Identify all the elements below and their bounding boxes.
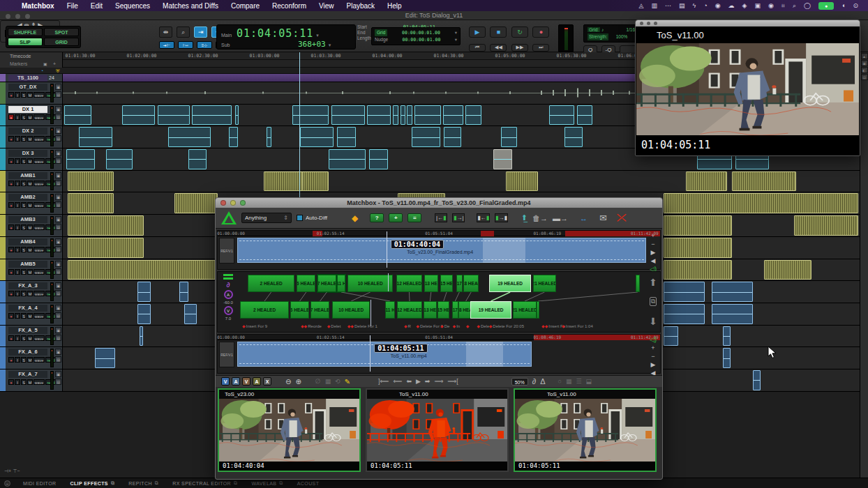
record-enable-icon[interactable]: ●: [8, 335, 14, 341]
track-view-selector[interactable]: wave: [33, 158, 45, 164]
track-opt2-icon[interactable]: ▤: [55, 158, 61, 164]
track-view-selector[interactable]: wave: [33, 92, 45, 98]
track-header[interactable]: AMB5●ISMwaveread▣▤: [0, 259, 63, 281]
track-opt-icon[interactable]: ▣: [55, 282, 61, 289]
trash-arrow-icon[interactable]: 🗑→: [532, 214, 548, 222]
main-counter[interactable]: 01:04:05:11: [237, 27, 313, 40]
audio-clip[interactable]: [443, 105, 464, 125]
audio-clip[interactable]: [174, 193, 218, 213]
partial-2-icon[interactable]: ∂: [532, 377, 536, 386]
compare-panel-1[interactable]: ToS_v11.0001:04:05:11: [366, 388, 509, 472]
audio-clip[interactable]: [412, 127, 440, 147]
audio-clip[interactable]: [577, 105, 593, 125]
edit-mode-slip[interactable]: SLIP: [8, 38, 43, 46]
track-i-button[interactable]: I: [15, 335, 20, 341]
record-enable-icon[interactable]: ●: [8, 357, 14, 363]
track-opt-icon[interactable]: ▣: [55, 172, 61, 178]
record-button[interactable]: ●: [532, 26, 549, 38]
track-i-button[interactable]: I: [15, 291, 20, 296]
audio-clip[interactable]: [68, 260, 219, 280]
video-window[interactable]: ToS_v11.00 01:04:05:11: [635, 20, 860, 156]
track-name[interactable]: FX_A_3: [8, 282, 47, 289]
compare-panel-2[interactable]: ToS_v11.0001:04:05:11: [514, 388, 657, 472]
record-enable-icon[interactable]: ●: [8, 181, 14, 186]
track-name[interactable]: FX_A_4: [8, 305, 47, 312]
track-opt-icon[interactable]: ▣: [55, 261, 61, 267]
audio-clip[interactable]: [401, 105, 405, 125]
healed-block[interactable]: 6 HEALE: [290, 301, 309, 319]
delta-icon[interactable]: Δ: [540, 377, 545, 386]
audio-clip[interactable]: [732, 171, 795, 192]
track-i-button[interactable]: I: [15, 202, 20, 208]
clip-arrow-icon[interactable]: ▬→: [553, 214, 568, 222]
dual-view-icon[interactable]: ⬓: [586, 378, 592, 385]
audio-clip[interactable]: [723, 348, 731, 368]
status-icon-1[interactable]: ▥: [651, 2, 657, 9]
healed-block[interactable]: 7 HEALE: [310, 301, 329, 319]
open-window-icon[interactable]: ⧉: [111, 480, 114, 486]
audio-clip[interactable]: [137, 282, 150, 302]
audio-clip[interactable]: [267, 127, 271, 147]
menu-file[interactable]: File: [61, 2, 84, 10]
partial-icon[interactable]: ∂: [227, 281, 230, 289]
edit-mode-spot[interactable]: SPOT: [44, 28, 79, 36]
play-icon[interactable]: ▶: [416, 378, 421, 385]
go-to-end-button[interactable]: ⏭: [532, 44, 549, 52]
layer-button-a-1[interactable]: A: [232, 377, 240, 386]
compare-panel-0[interactable]: ToS_v23.0001:04:40:04: [218, 388, 361, 472]
step-back-icon[interactable]: ⬅: [406, 378, 412, 385]
status-icon-2[interactable]: ⋯: [665, 2, 671, 9]
audio-clip[interactable]: [393, 105, 398, 125]
layer-button-x-4[interactable]: X: [263, 377, 271, 386]
track-opt-icon[interactable]: ▣: [55, 327, 61, 333]
status-icon-15[interactable]: ◖: [841, 2, 845, 9]
audio-clip[interactable]: [664, 215, 732, 236]
track-s-button[interactable]: S: [21, 158, 27, 164]
track-view-selector[interactable]: wave: [33, 136, 45, 142]
record-enable-icon[interactable]: ●: [8, 158, 14, 164]
clip-tool-icon[interactable]: ▦: [325, 378, 331, 385]
audio-clip[interactable]: [506, 171, 538, 192]
scroll-opt3-icon[interactable]: ▤: [861, 74, 868, 80]
healed-block[interactable]: 13 HE: [424, 301, 437, 319]
target-ruler[interactable]: 01:00:00:0001:02:55:1401:05:51:0401:08:4…: [218, 335, 660, 340]
audio-clip[interactable]: [712, 282, 753, 302]
sequence-playhead[interactable]: [387, 231, 387, 268]
push-down-icon[interactable]: ⬇: [649, 316, 657, 327]
healed-block[interactable]: 12 HEALED: [396, 275, 422, 292]
healed-block[interactable]: 13 HE: [424, 275, 438, 292]
track-opt-icon[interactable]: ▣: [55, 194, 61, 200]
track-name[interactable]: AMB1: [8, 172, 47, 179]
track-view-selector[interactable]: wave: [33, 291, 45, 296]
audio-clip[interactable]: [501, 127, 517, 147]
track-header[interactable]: AMB1●ISMwaveread▣▤: [0, 171, 63, 192]
track-opt-icon[interactable]: ▣: [55, 106, 61, 112]
track-view-selector[interactable]: wave: [33, 247, 45, 252]
video-window-titlebar[interactable]: [636, 20, 860, 26]
track-i-button[interactable]: I: [15, 357, 20, 363]
auto-diff-checkbox[interactable]: Auto-Diff: [297, 215, 327, 221]
healed-block[interactable]: 7 HEALE: [317, 275, 336, 292]
record-enable-icon[interactable]: ●: [8, 269, 14, 275]
track-view-selector[interactable]: wave: [33, 114, 45, 120]
filmstrip-icon[interactable]: ▦: [566, 378, 572, 385]
menu-playback[interactable]: Playback: [340, 2, 381, 10]
record-enable-icon[interactable]: ●: [8, 247, 14, 252]
audio-clip[interactable]: [753, 370, 761, 390]
track-opt-icon[interactable]: ▣: [55, 349, 61, 355]
track-header[interactable]: DX 1●ISMwaveread▣▤: [0, 105, 63, 126]
track-s-button[interactable]: S: [21, 269, 27, 275]
track-header[interactable]: AMB4●ISMwaveread▣▤: [0, 237, 63, 259]
zoom-level-badge[interactable]: 50%: [511, 378, 528, 386]
track-s-button[interactable]: S: [21, 357, 27, 363]
track-view-selector[interactable]: wave: [33, 224, 45, 230]
healed-block[interactable]: 11 H: [385, 301, 395, 319]
audio-clip[interactable]: [414, 105, 442, 125]
edit-fn-0[interactable]: ➔⊢: [159, 41, 174, 49]
equal-match-button[interactable]: =: [407, 213, 421, 222]
menu-matches-and-diffs[interactable]: Matches and Diffs: [156, 2, 225, 10]
play-fwd-icon[interactable]: ▶: [651, 249, 656, 256]
audio-clip[interactable]: [66, 149, 95, 169]
track-s-button[interactable]: S: [21, 224, 27, 230]
audio-on-icon[interactable]: ◁): [650, 336, 657, 343]
